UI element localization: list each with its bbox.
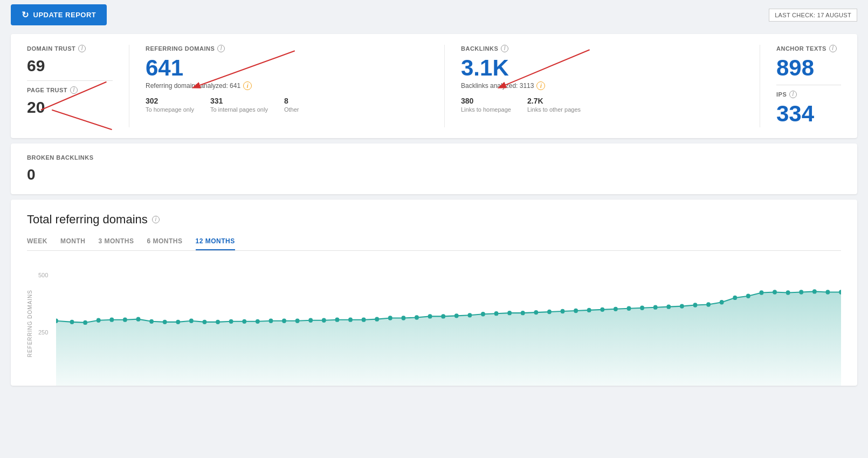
svg-point-30 (375, 317, 379, 321)
referring-domains-label: REFERRING DOMAINS i (146, 45, 428, 52)
tab-month[interactable]: MONTH (60, 237, 86, 250)
sub-stat-internal-label: To internal pages only (210, 106, 268, 113)
update-report-button[interactable]: ↻ UPDATE REPORT (11, 4, 107, 25)
svg-point-34 (428, 314, 432, 318)
page-trust-label: PAGE TRUST i (27, 86, 113, 94)
ips-value: 334 (776, 102, 841, 125)
top-bar: ↻ UPDATE REPORT LAST CHECK: 17 AUGUST (0, 0, 868, 30)
referring-domains-value: 641 (146, 57, 428, 79)
svg-point-14 (163, 320, 167, 324)
svg-point-28 (348, 318, 353, 322)
page-trust-value: 20 (27, 98, 113, 117)
svg-point-47 (600, 307, 604, 312)
svg-point-44 (561, 309, 565, 313)
svg-point-43 (547, 310, 552, 314)
domain-trust-info-icon[interactable]: i (78, 45, 86, 52)
sub-stat-homepage: 302 To homepage only (146, 97, 194, 113)
svg-point-40 (507, 311, 512, 315)
svg-point-31 (388, 316, 392, 320)
update-report-label: UPDATE REPORT (33, 11, 97, 19)
anchor-texts-info-icon[interactable]: i (829, 45, 837, 52)
y-tick-500: 500 (38, 272, 48, 278)
referring-sub-stats: 302 To homepage only 331 To internal pag… (146, 97, 428, 113)
ips-info-icon[interactable]: i (789, 91, 797, 98)
svg-point-46 (587, 308, 591, 312)
chart-container: REFERRING DOMAINS 500 250 (27, 262, 841, 386)
svg-point-48 (614, 307, 618, 311)
links-other-value: 2.7K (527, 97, 581, 105)
chart-inner: 500 250 (37, 262, 841, 386)
svg-point-11 (123, 318, 127, 322)
chart-svg (56, 262, 841, 386)
links-other-label: Links to other pages (527, 106, 581, 113)
svg-point-63 (812, 289, 817, 293)
sub-stat-other-label: Other (284, 106, 299, 113)
svg-point-50 (640, 306, 644, 310)
svg-point-64 (825, 290, 830, 294)
svg-point-42 (534, 310, 538, 315)
sub-stat-homepage-value: 302 (146, 97, 194, 105)
svg-point-29 (362, 318, 366, 322)
broken-backlinks-card: BROKEN BACKLINKS 0 (11, 143, 857, 194)
svg-point-24 (295, 319, 300, 323)
tab-week[interactable]: WEEK (27, 237, 47, 250)
tab-6months[interactable]: 6 MONTHS (147, 237, 183, 250)
anchor-texts-label: ANCHOR TEXTS i (776, 45, 841, 52)
svg-point-58 (746, 294, 750, 298)
svg-point-35 (441, 314, 445, 318)
svg-point-54 (693, 303, 698, 307)
ips-label: IPS i (776, 91, 841, 98)
svg-point-27 (335, 318, 339, 322)
domain-trust-label: DOMAIN TRUST i (27, 45, 113, 52)
svg-point-26 (322, 318, 326, 323)
svg-point-12 (136, 317, 141, 321)
svg-point-20 (242, 319, 246, 324)
svg-point-55 (706, 302, 711, 306)
svg-point-45 (574, 309, 578, 313)
backlinks-section: BACKLINKS i 3.1K Backlinks analyzed: 311… (445, 45, 760, 127)
domain-trust-value: 69 (27, 57, 113, 75)
page-trust-info-icon[interactable]: i (70, 86, 78, 94)
sub-stat-other-value: 8 (284, 97, 299, 105)
chart-title: Total referring domains i (27, 213, 841, 227)
backlinks-analyzed-info-icon[interactable]: i (536, 81, 545, 90)
sub-stat-homepage-label: To homepage only (146, 106, 194, 113)
referring-domains-info-icon[interactable]: i (217, 45, 225, 52)
svg-point-23 (282, 319, 286, 323)
links-homepage-value: 380 (461, 97, 511, 105)
svg-point-51 (653, 305, 658, 310)
svg-point-9 (97, 318, 101, 323)
sub-stat-links-other: 2.7K Links to other pages (527, 97, 581, 113)
anchor-texts-value: 898 (776, 57, 841, 79)
last-check-badge: LAST CHECK: 17 AUGUST (769, 9, 857, 22)
links-homepage-label: Links to homepage (461, 106, 511, 113)
backlinks-value: 3.1K (461, 57, 743, 79)
svg-point-39 (494, 311, 499, 316)
chart-section: Total referring domains i WEEK MONTH 3 M… (11, 200, 857, 386)
svg-point-22 (268, 319, 273, 323)
stats-card-wrapper: DOMAIN TRUST i 69 PAGE TRUST i 20 REFERR… (0, 34, 868, 138)
svg-point-60 (773, 290, 777, 294)
chart-title-info-icon[interactable]: i (152, 216, 160, 223)
svg-point-59 (759, 290, 763, 295)
backlinks-label: BACKLINKS i (461, 45, 743, 52)
svg-point-17 (203, 320, 207, 324)
time-tabs: WEEK MONTH 3 MONTHS 6 MONTHS 12 MONTHS (27, 237, 841, 251)
svg-point-36 (454, 313, 459, 318)
svg-point-7 (70, 320, 74, 324)
backlinks-info-icon[interactable]: i (501, 45, 508, 52)
svg-point-25 (308, 318, 313, 323)
tab-12months[interactable]: 12 MONTHS (196, 237, 235, 250)
broken-backlinks-label: BROKEN BACKLINKS (27, 154, 841, 161)
tab-3months[interactable]: 3 MONTHS (99, 237, 134, 250)
referring-domains-section: REFERRING DOMAINS i 641 Referring domain… (129, 45, 445, 127)
svg-point-49 (627, 306, 631, 311)
svg-point-38 (481, 312, 485, 316)
y-axis-label: REFERRING DOMAINS (27, 290, 33, 357)
backlinks-analyzed: Backlinks analyzed: 3113 i (461, 81, 743, 90)
analyzed-info-icon[interactable]: i (243, 81, 252, 90)
svg-point-18 (216, 320, 220, 324)
sub-stat-internal: 331 To internal pages only (210, 97, 268, 113)
svg-point-16 (189, 319, 194, 323)
svg-point-56 (720, 300, 724, 304)
